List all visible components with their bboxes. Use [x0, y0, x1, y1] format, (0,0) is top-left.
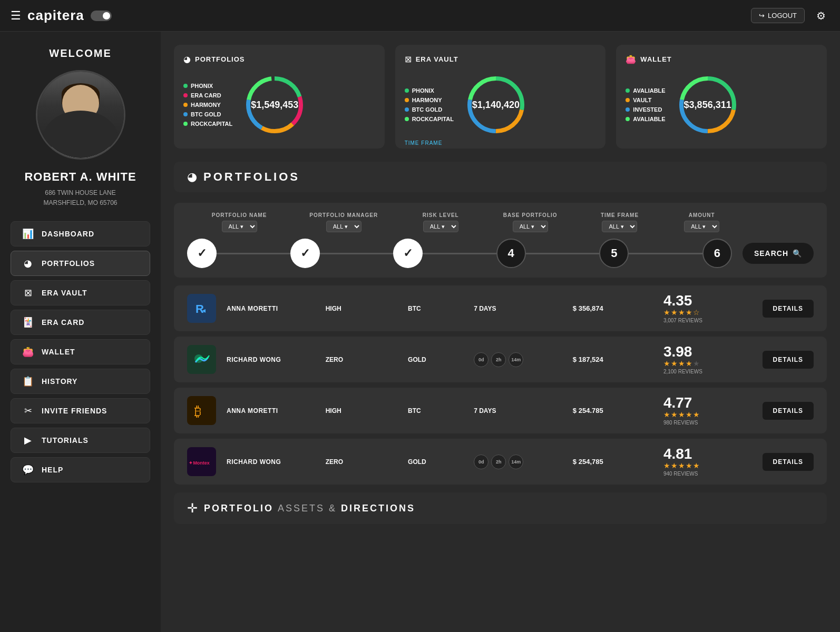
legend-dot — [626, 88, 630, 93]
portfolios-card-header: ◕ PORTFOLIOS — [183, 54, 375, 64]
sidebar-item-invite-friends[interactable]: ✂ INVITE FRIENDS — [11, 398, 150, 423]
user-name: ROBERT A. WHITE — [24, 170, 136, 184]
filter-col-manager: PORTFOLIO MANAGER ALL ▾ — [291, 212, 396, 232]
settings-button[interactable]: ⚙ — [813, 7, 829, 24]
portfolio-logo-3: ₿ — [187, 396, 216, 425]
logout-button[interactable]: ↪ LOGOUT — [751, 8, 805, 23]
wave-logo-svg — [191, 349, 212, 370]
sidebar-item-era-vault[interactable]: ⊠ ERA VAULT — [11, 280, 150, 305]
sidebar-item-history-label: HISTORY — [42, 377, 77, 386]
montex-logo-svg: ✦Montex — [187, 451, 216, 472]
filter-col-risk: RISK LEVEL ALL ▾ — [396, 212, 485, 232]
time-frame-label: TIME FRAME — [405, 140, 443, 146]
search-icon: 🔍 — [793, 249, 802, 258]
search-button-label: SEARCH — [754, 249, 788, 258]
col-label-amount: AMOUNT — [689, 212, 715, 218]
legend-item: HARMONY — [183, 102, 232, 108]
amount-filter[interactable]: ALL ▾ — [684, 221, 719, 232]
welcome-title: WELCOME — [49, 47, 111, 60]
sidebar-item-wallet[interactable]: 👛 WALLET — [11, 339, 150, 364]
help-icon: 💬 — [22, 464, 34, 476]
details-button-1[interactable]: DETAILS — [763, 300, 814, 318]
details-button-4[interactable]: DETAILS — [763, 453, 814, 471]
legend-dot — [183, 112, 188, 116]
portfolio-risk-3: HIGH — [326, 407, 408, 414]
portfolios-summary-card: ◕ PORTFOLIOS PHONIX ERA CARD — [174, 45, 385, 149]
era-vault-donut: $1,140,420 — [462, 71, 530, 139]
table-row: ✦Montex RICHARD WONG ZERO GOLD 0d 2h 14m — [174, 439, 827, 485]
table-row: ₿ ANNA MORETTI HIGH BTC 7 DAYS $ 254.785 — [174, 388, 827, 433]
portfolio-logo-1: R ◂ — [187, 294, 216, 323]
portfolio-name-filter[interactable]: ALL ▾ — [222, 221, 257, 232]
legend-dot — [626, 98, 630, 102]
sidebar-item-help[interactable]: 💬 HELP — [11, 457, 150, 482]
portfolio-rating-2: 3.98 ★★★★★ 2,100 REVIEWS — [663, 344, 763, 374]
step-4[interactable]: 4 — [496, 239, 526, 268]
time-tag: 14m — [509, 352, 523, 367]
main-layout: WELCOME ROBERT A. WHITE 686 TWIN HOUSE L… — [0, 32, 840, 632]
col-label-portfolio-name: PORTFOLIO NAME — [212, 212, 267, 218]
legend-item: ROCKCAPITAL — [405, 116, 454, 122]
hamburger-icon[interactable]: ☰ — [11, 9, 21, 23]
portfolio-risk-4: ZERO — [326, 458, 408, 466]
logout-label: LOGOUT — [768, 12, 797, 19]
portfolios-icon: ◕ — [22, 258, 34, 269]
sidebar-item-era-card[interactable]: 🃏 ERA CARD — [11, 310, 150, 335]
step-5[interactable]: 5 — [599, 239, 629, 268]
legend-dot — [405, 117, 409, 121]
sidebar-item-tutorials[interactable]: ▶ TUTORIALS — [11, 428, 150, 453]
risk-level-filter[interactable]: ALL ▾ — [423, 221, 458, 232]
portfolio-rating-4: 4.81 ★★★★★ 940 REVIEWS — [663, 447, 763, 477]
portfolios-section-header: ◕ PORTFOLIOS — [174, 162, 827, 192]
search-button[interactable]: SEARCH 🔍 — [743, 243, 814, 264]
sidebar-item-history[interactable]: 📋 HISTORY — [11, 369, 150, 394]
invite-friends-icon: ✂ — [22, 405, 34, 417]
era-vault-summary-card: ⊠ ERA VAULT PHONIX HARMONY — [395, 45, 606, 149]
nav-right: ↪ LOGOUT ⚙ — [751, 7, 829, 24]
portfolio-rating-1: 4.35 ★★★★☆ 3,007 REVIEWS — [663, 293, 763, 323]
legend-item: AVALIABLE — [626, 87, 665, 94]
step-1[interactable]: ✓ — [187, 239, 217, 268]
bottom-title: PORTFOLIO ASSETS & ASSETS & DIRECTIONS D… — [204, 503, 415, 514]
portfolios-legend: PHONIX ERA CARD HARMONY BTC GOLD — [183, 83, 232, 127]
wallet-icon: 👛 — [22, 346, 34, 358]
filter-col-amount: AMOUNT ALL ▾ — [665, 212, 739, 232]
time-frame-filter[interactable]: ALL ▾ — [602, 221, 637, 232]
step-3[interactable]: ✓ — [393, 239, 423, 268]
sidebar-item-dashboard[interactable]: 📊 DASHBOARD — [11, 221, 150, 246]
dark-mode-toggle[interactable] — [91, 11, 112, 21]
svg-text:₿: ₿ — [194, 403, 201, 419]
legend-item: BTC GOLD — [405, 106, 454, 113]
legend-dot — [405, 107, 409, 112]
filter-col-name: PORTFOLIO NAME ALL ▾ — [187, 212, 291, 232]
portfolio-list: R ◂ ANNA MORETTI HIGH BTC 7 DAYS $ 35 — [174, 285, 827, 485]
details-button-3[interactable]: DETAILS — [763, 402, 814, 420]
era-vault-card-header: ⊠ ERA VAULT — [405, 54, 597, 64]
legend-item: ERA CARD — [183, 92, 232, 98]
portfolio-base-4: GOLD — [408, 458, 474, 466]
sidebar-item-help-label: HELP — [42, 466, 63, 474]
portfolio-risk-2: ZERO — [326, 356, 408, 363]
base-portfolio-filter[interactable]: ALL ▾ — [513, 221, 548, 232]
top-nav: ☰ capitera ↪ LOGOUT ⚙ — [0, 0, 840, 32]
col-label-portfolio-manager: PORTFOLIO MANAGER — [309, 212, 378, 218]
legend-dot — [183, 84, 188, 88]
portfolios-section-icon: ◕ — [187, 170, 197, 184]
legend-item: INVESTED — [626, 106, 665, 113]
portfolio-manager-1: ANNA MORETTI — [227, 305, 326, 312]
step-2[interactable]: ✓ — [290, 239, 320, 268]
svg-text:◂: ◂ — [202, 306, 206, 314]
portfolio-logo-4: ✦Montex — [187, 447, 216, 476]
details-button-2[interactable]: DETAILS — [763, 351, 814, 369]
legend-item: BTC GOLD — [183, 111, 232, 117]
filter-steps: ✓ ✓ ✓ 4 5 6 — [187, 239, 732, 268]
sidebar-item-portfolios[interactable]: ◕ PORTFOLIOS — [11, 251, 150, 276]
portfolio-timeframe-2: 0d 2h 14m — [474, 352, 573, 367]
portfolio-timeframe-1: 7 DAYS — [474, 305, 573, 312]
portfolio-manager-filter[interactable]: ALL ▾ — [326, 221, 362, 232]
wallet-amount: $3,856,311 — [684, 100, 731, 111]
user-address: 686 TWIN HOUSE LANE MARSHFIELD, MO 65706 — [43, 188, 117, 208]
brand-logo: capitera — [27, 7, 84, 24]
filter-col-time: TIME FRAME ALL ▾ — [575, 212, 665, 232]
step-6[interactable]: 6 — [702, 239, 732, 268]
